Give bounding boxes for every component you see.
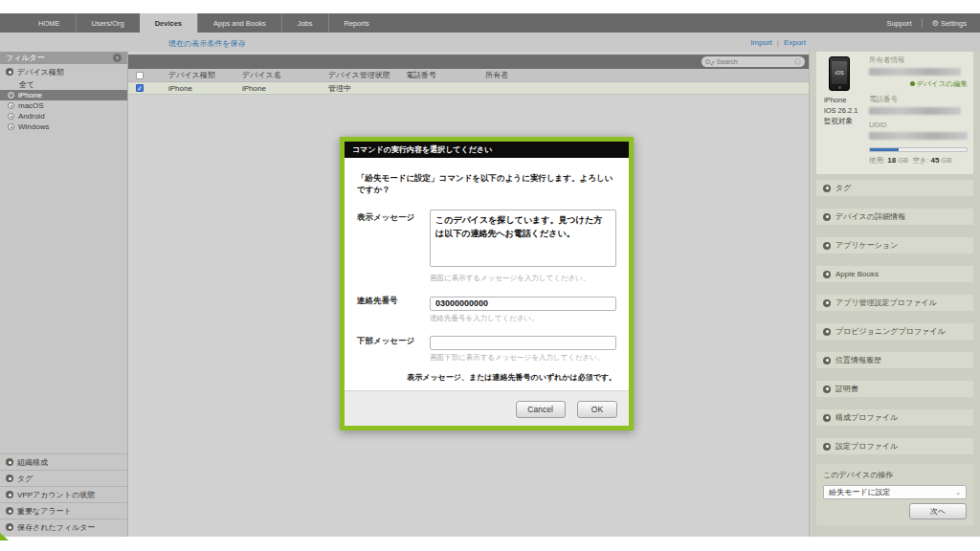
accordion-icon — [823, 328, 831, 336]
settings-link[interactable]: ⚙Settings — [932, 19, 967, 28]
accordion-config-profile[interactable]: 構成プロファイル — [816, 409, 973, 426]
sidebar-item-alerts[interactable]: 重要なアラート — [0, 502, 127, 518]
accordion-applications[interactable]: アプリケーション — [816, 237, 973, 253]
col-device-type[interactable]: デバイス種類 — [168, 70, 242, 80]
nav-tab-users-org[interactable]: Users/Org — [76, 13, 140, 33]
filter-device-type[interactable]: デバイス種類 — [0, 64, 127, 79]
collapse-sidebar-button[interactable]: ‹ — [113, 54, 122, 62]
col-phone[interactable]: 電話番号 — [406, 70, 485, 80]
save-view-link[interactable]: 現在の表示条件を保存 — [168, 38, 245, 49]
accordion-tags[interactable]: タグ — [816, 180, 973, 196]
modal-intro-text: 「紛失モードに設定」コマンドを以下のように実行します。よろしいですか？ — [357, 173, 616, 196]
type-item-android[interactable]: Android — [0, 111, 127, 121]
accordion-provisioning-profile[interactable]: プロビジョニングプロファイル — [816, 323, 973, 340]
accordion-location-history[interactable]: 位置情報履歴 — [816, 352, 973, 368]
support-link[interactable]: Support — [886, 19, 911, 28]
accordion-certificates[interactable]: 証明書 — [816, 381, 973, 397]
accordion-icon — [823, 386, 831, 393]
edit-icon — [910, 81, 915, 86]
col-status[interactable]: デバイス管理状態 — [328, 70, 406, 80]
accordion-icon — [823, 357, 831, 364]
col-owner[interactable]: 所有者 — [485, 70, 809, 80]
display-message-textarea[interactable]: このデバイスを探しています。見つけた方は以下の連絡先へお電話ください。 — [430, 209, 616, 267]
import-link[interactable]: Import — [750, 38, 772, 47]
nav-tab-jobs[interactable]: Jobs — [281, 13, 328, 33]
device-operations-panel: このデバイスの操作 紛失モードに設定 ⌄ 次へ — [816, 464, 973, 525]
col-device-name[interactable]: デバイス名 — [242, 70, 328, 80]
ok-button[interactable]: OK — [577, 401, 617, 418]
accordion-icon — [823, 271, 831, 278]
nav-tabs: HOME Users/Org Devices Apps and Books Jo… — [0, 13, 385, 33]
search-box: ▾ × — [702, 56, 805, 67]
display-message-helper: 画面に表示するメッセージを入力してください。 — [430, 274, 616, 283]
list-toolbar: ▾ × — [128, 55, 809, 69]
sidebar-bottom-filters: 組織構成 タグ VPPアカウントの状態 重要なアラート 保存されたフィルター — [0, 453, 127, 535]
export-link[interactable]: Export — [784, 38, 806, 47]
nav-tab-home[interactable]: HOME — [23, 13, 76, 33]
nav-tab-apps-and-books[interactable]: Apps and Books — [197, 13, 281, 33]
footer-message-label: 下部メッセージ — [357, 333, 430, 371]
table-header: デバイス種類 デバイス名 デバイス管理状態 電話番号 所有者 — [128, 69, 809, 82]
device-supervision: 監視対象 — [824, 117, 858, 127]
search-scope-caret-icon[interactable]: ▾ — [712, 59, 715, 65]
radio-icon — [8, 113, 14, 120]
device-fields: 所有者情報 デバイスの編集 電話番号 UDID 使用: 18 GB 空き: 45… — [869, 55, 968, 165]
device-summary-card: iOS iPhone iOS 26.2.1 監視対象 所有者情報 デバイスの編集… — [816, 52, 973, 174]
contact-number-input[interactable] — [430, 297, 616, 311]
footer-message-helper: 画面下部に表示するメッセージを入力してください。 — [430, 353, 616, 363]
next-button[interactable]: 次へ — [909, 503, 967, 519]
device-operations-title: このデバイスの操作 — [823, 470, 967, 480]
nav-tab-reports[interactable]: Reports — [328, 13, 385, 33]
accordion-icon — [823, 242, 831, 250]
accordion-device-details[interactable]: デバイスの詳細情報 — [816, 209, 973, 225]
filter-icon — [6, 458, 13, 466]
action-select[interactable]: 紛失モードに設定 ⌄ — [823, 485, 967, 499]
udid-label: UDID — [869, 121, 968, 129]
accordion-settings-profile[interactable]: 設定プロファイル — [816, 438, 973, 454]
accordion-icon — [823, 185, 831, 192]
device-name: iPhone — [824, 96, 858, 106]
edit-device-link[interactable]: デバイスの編集 — [869, 79, 968, 89]
type-item-macos[interactable]: macOS — [0, 100, 127, 111]
nav-tab-devices[interactable]: Devices — [140, 13, 197, 33]
type-item-iphone[interactable]: iPhone — [0, 90, 127, 100]
row-checkbox[interactable]: ✓ — [136, 84, 144, 92]
cancel-button[interactable]: Cancel — [516, 401, 566, 418]
contact-number-helper: 連絡先番号を入力してください。 — [430, 314, 616, 323]
device-type-label: デバイス種類 — [17, 67, 64, 77]
subheader: 現在の表示条件を保存 Import | Export — [0, 33, 980, 52]
filter-icon — [6, 507, 13, 515]
radio-icon — [8, 102, 14, 109]
table-row[interactable]: ✓ iPhone iPhone 管理中 — [128, 82, 809, 95]
filter-icon — [6, 474, 13, 482]
display-message-label: 表示メッセージ — [357, 209, 430, 291]
filter-sidebar: フィルター ‹ デバイス種類 全て iPhone macOS Android W… — [0, 52, 128, 537]
footer-message-input[interactable] — [430, 336, 616, 350]
search-input[interactable] — [717, 58, 792, 65]
redacted-owner-info — [869, 68, 961, 76]
radio-icon — [8, 123, 14, 130]
filter-title: フィルター — [6, 53, 45, 63]
filter-header: フィルター ‹ — [0, 52, 127, 64]
select-all-checkbox[interactable] — [136, 72, 144, 79]
sidebar-item-org[interactable]: 組織構成 — [0, 453, 127, 470]
sidebar-item-tags[interactable]: タグ — [0, 470, 127, 486]
type-item-all[interactable]: 全て — [0, 79, 127, 90]
modal-body: 「紛失モードに設定」コマンドを以下のように実行します。よろしいですか？ 表示メッ… — [345, 158, 629, 390]
top-nav: HOME Users/Org Devices Apps and Books Jo… — [0, 13, 980, 33]
cell-device-name: iPhone — [242, 84, 328, 93]
sidebar-item-saved-filters[interactable]: 保存されたフィルター — [0, 518, 127, 535]
nav-utilities: Support ⚙Settings — [886, 13, 980, 33]
type-item-windows[interactable]: Windows — [0, 121, 127, 132]
radio-icon — [8, 92, 14, 99]
redacted-udid — [869, 132, 968, 140]
accordion-app-mgmt-profile[interactable]: アプリ管理設定プロファイル — [816, 295, 973, 311]
sidebar-item-vpp[interactable]: VPPアカウントの状態 — [0, 486, 127, 502]
iphone-thumbnail: iOS — [829, 56, 850, 91]
accordion-apple-books[interactable]: Apple Books — [816, 266, 973, 282]
device-detail-panel: iOS iPhone iOS 26.2.1 監視対象 所有者情報 デバイスの編集… — [809, 52, 980, 537]
search-clear-icon[interactable]: × — [794, 58, 801, 65]
search-icon — [705, 59, 710, 64]
chevron-down-icon: ⌄ — [955, 489, 961, 496]
action-select-value: 紛失モードに設定 — [829, 487, 891, 497]
